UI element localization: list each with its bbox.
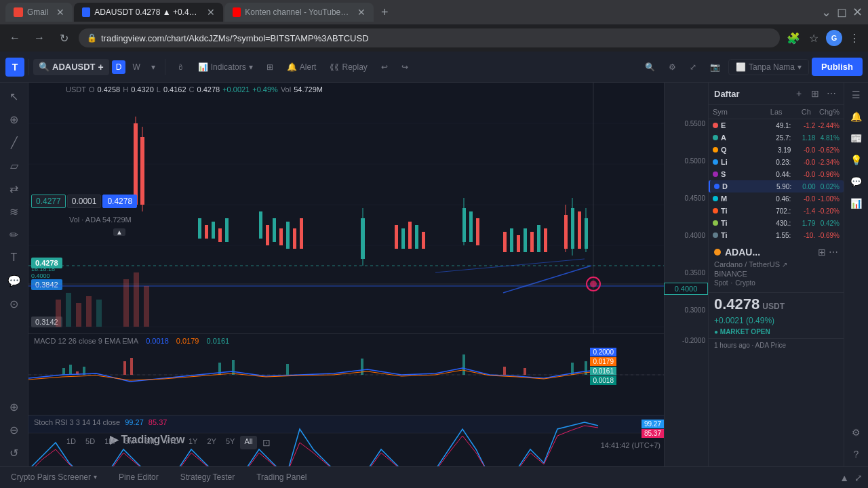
profile-avatar[interactable]: G <box>826 30 842 46</box>
input-box-3[interactable]: 0.4278 <box>102 195 137 208</box>
alerts-icon[interactable]: 🔔 <box>847 107 866 126</box>
extensions-icon[interactable]: 🧩 <box>785 30 802 46</box>
svg-rect-24 <box>225 218 229 242</box>
watchlist-more-icon[interactable]: ⋯ <box>825 87 838 100</box>
tab-x-icon[interactable]: ✕ <box>852 5 863 20</box>
watchlist-item-8[interactable]: Ti 430.: 1.79 0.42% <box>709 217 844 229</box>
chart-area[interactable]: USDT O 0.4258 H 0.4320 L 0.4162 C 0.4278… <box>28 83 708 466</box>
menu-icon[interactable]: ⋮ <box>846 30 863 46</box>
cursor-tool[interactable]: ↖ <box>3 85 25 107</box>
tab-tradingview[interactable]: ADAUSDT 0.4278 ▲ +0.49% Ta... ✕ <box>74 3 223 22</box>
search-toolbar-button[interactable]: 🔍 <box>639 60 660 75</box>
tab-gmail[interactable]: Gmail ✕ <box>5 3 73 22</box>
tab-trading-panel[interactable]: Trading Panel <box>251 467 312 488</box>
input-box-2[interactable]: 0.0001 <box>67 195 102 208</box>
news-icon[interactable]: 📰 <box>847 129 866 148</box>
item-price-2: 3.19 <box>764 146 791 154</box>
camera-button[interactable]: 📷 <box>705 60 726 75</box>
timeframe-d[interactable]: D <box>112 60 126 74</box>
chat-icon[interactable]: 💬 <box>847 172 866 191</box>
collapse-bottom-icon[interactable]: ▲ <box>840 472 849 483</box>
daftar-button[interactable]: Daftar <box>714 89 740 99</box>
watchlist-item-1[interactable]: A 25.7: 1.18 4.81% <box>709 131 844 144</box>
watchlist-grid-icon[interactable]: ⊞ <box>808 87 822 100</box>
tv-logo[interactable]: T <box>5 58 24 77</box>
settings-right-icon[interactable]: ⚙ <box>847 423 866 442</box>
fullscreen-button[interactable]: ⤢ <box>684 60 702 75</box>
period-6m[interactable]: 6M <box>140 436 159 449</box>
refresh-button[interactable]: ↻ <box>54 28 73 47</box>
back-button[interactable]: ← <box>5 28 24 47</box>
grid-view-icon[interactable]: ⊞ <box>818 247 826 258</box>
watchlist-item-9[interactable]: Ti 1.55: -10. -0.69% <box>709 229 844 241</box>
external-link-icon[interactable]: ↗ <box>782 261 787 268</box>
ideas-icon[interactable]: 💡 <box>847 150 866 169</box>
fib-tool[interactable]: ≋ <box>3 201 25 222</box>
watchlist-item-2[interactable]: Q 3.19 -0.0 -0.62% <box>709 144 844 156</box>
watchlist-item-7[interactable]: Ti 702.: -1.4 -0.20% <box>709 205 844 217</box>
bookmark-icon[interactable]: ☆ <box>806 30 822 46</box>
tab-crypto-screener[interactable]: Crypto Pairs Screener ▾ <box>5 467 102 488</box>
annotate-tool[interactable]: 💬 <box>3 270 25 291</box>
tab-restore-icon[interactable]: ◻ <box>837 5 847 20</box>
period-5d[interactable]: 5D <box>81 436 99 449</box>
settings-button[interactable]: ⚙ <box>663 60 682 75</box>
period-custom[interactable]: ⊡ <box>258 436 275 449</box>
tab-yt-close[interactable]: ✕ <box>357 7 366 18</box>
layout-button[interactable]: ⊞ <box>261 60 279 75</box>
tab-youtube[interactable]: Konten channel - YouTube Studi... ✕ <box>224 3 374 22</box>
watchlist-item-6[interactable]: M 0.46: -0.0 -1.00% <box>709 192 844 205</box>
period-1y[interactable]: 1Y <box>184 436 201 449</box>
more-icon[interactable]: ⋯ <box>829 247 838 258</box>
tab-strategy-tester[interactable]: Strategy Tester <box>175 467 240 488</box>
period-1m[interactable]: 1M <box>100 436 119 449</box>
watchlist-item-5[interactable]: D 5.90: 0.00 0.02% <box>709 180 844 192</box>
alert-button[interactable]: 🔔 Alert <box>281 60 322 75</box>
layout-name-text: Tanpa Nama <box>749 62 795 72</box>
layout-name[interactable]: ⬜ Tanpa Nama ▾ <box>728 59 809 75</box>
input-box-1[interactable]: 0.4277 <box>31 195 66 208</box>
period-1d[interactable]: 1D <box>62 436 80 449</box>
watchlist-icon[interactable]: ☰ <box>847 85 866 104</box>
publish-button[interactable]: Publish <box>812 58 863 76</box>
undo-button[interactable]: ↩ <box>376 60 393 75</box>
timeframe-w[interactable]: W <box>128 60 144 74</box>
trend-line-tool[interactable]: ╱ <box>3 131 25 153</box>
timeframe-dropdown[interactable]: ▾ <box>147 60 159 74</box>
indicators-button[interactable]: 📊 Indicators ▾ <box>193 60 258 75</box>
replay-button[interactable]: ⟪⟪ Replay <box>324 60 372 75</box>
watchlist-item-3[interactable]: Li 0.23: -0.0 -2.34% <box>709 156 844 168</box>
brush-tool[interactable]: ✏ <box>3 224 25 245</box>
period-ytd[interactable]: YTD <box>160 436 183 449</box>
tab-pine-editor[interactable]: Pine Editor <box>113 467 164 488</box>
watchlist-item-0[interactable]: E 49.1: -1.2 -2.44% <box>709 119 844 131</box>
tab-gmail-close[interactable]: ✕ <box>56 7 64 18</box>
projection-tool[interactable]: ⇄ <box>3 178 25 199</box>
period-3m[interactable]: 3M <box>120 436 138 449</box>
symbol-selector[interactable]: 🔍 ADAUSDT + <box>33 59 109 75</box>
period-2y[interactable]: 2Y <box>203 436 220 449</box>
forward-button[interactable]: → <box>30 28 49 47</box>
expand-bottom-icon[interactable]: ⤢ <box>854 472 863 483</box>
magnet-tool[interactable]: ⊙ <box>3 293 25 314</box>
address-bar[interactable]: 🔒 tradingview.com/chart/AkdcJZMs/?symbol… <box>79 28 780 47</box>
watchlist-item-4[interactable]: S 0.44: -0.0 -0.96% <box>709 168 844 180</box>
period-all[interactable]: All <box>240 436 256 449</box>
zoom-in-tool[interactable]: ⊕ <box>3 396 25 418</box>
zoom-out-tool[interactable]: ⊖ <box>3 419 25 441</box>
new-tab-button[interactable]: + <box>375 3 394 22</box>
chart-type-button[interactable]: 🕯 <box>171 60 190 75</box>
text-tool[interactable]: T <box>3 247 25 268</box>
tab-minimize-icon[interactable]: ⌄ <box>821 5 831 20</box>
help-icon[interactable]: ? <box>847 445 866 464</box>
reset-zoom-tool[interactable]: ↺ <box>3 442 25 464</box>
shapes-tool[interactable]: ▱ <box>3 155 25 176</box>
data-icon[interactable]: 📊 <box>847 194 866 213</box>
add-symbol-icon[interactable]: + <box>98 62 104 73</box>
redo-button[interactable]: ↪ <box>396 60 414 75</box>
tab-tv-close[interactable]: ✕ <box>207 7 215 18</box>
period-5y[interactable]: 5Y <box>222 436 239 449</box>
item-ch-4: -0.0 <box>793 171 815 178</box>
add-watchlist-icon[interactable]: + <box>792 87 806 100</box>
crosshair-tool[interactable]: ⊕ <box>3 108 25 130</box>
